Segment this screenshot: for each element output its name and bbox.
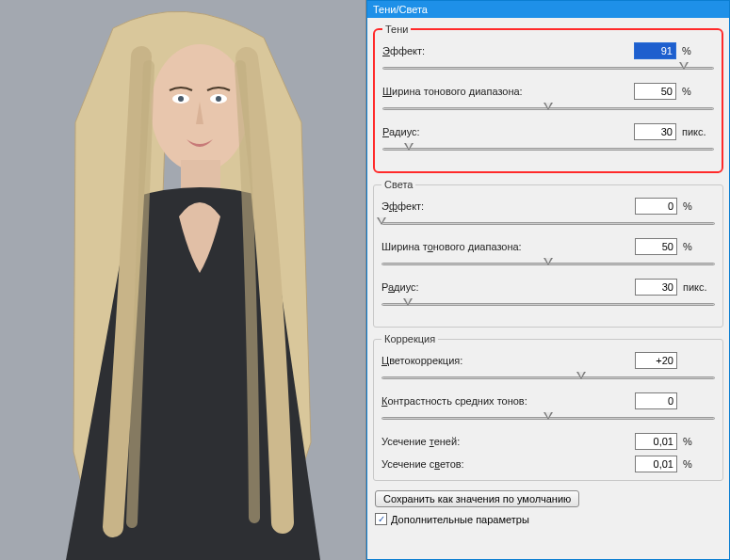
black-clip-unit: %	[683, 436, 715, 447]
highlights-tonewidth-label: Ширина тонового диапазона:	[381, 241, 629, 252]
shadows-radius-slider[interactable]	[382, 143, 714, 156]
highlights-effect-label: Эффект:	[381, 200, 629, 212]
color-correction-label: Цветокоррекция:	[381, 355, 629, 366]
shadows-effect-label: Эффект:	[382, 45, 628, 56]
dialog-titlebar[interactable]: Тени/Света	[367, 1, 729, 18]
shadows-tonewidth-unit: %	[682, 86, 714, 97]
shadows-tonewidth-slider[interactable]	[382, 103, 714, 116]
group-shadows: Тени Эффект: % Ширина тонового диапазона…	[373, 24, 723, 173]
highlights-radius-unit: пикс.	[683, 281, 715, 293]
highlights-effect-unit: %	[683, 200, 715, 212]
group-shadows-legend: Тени	[382, 24, 411, 35]
group-adjustments-legend: Коррекция	[381, 333, 438, 344]
shadows-radius-label: Радиус:	[382, 126, 628, 137]
white-clip-unit: %	[683, 458, 715, 470]
highlights-tonewidth-slider[interactable]	[381, 258, 715, 271]
shadows-effect-unit: %	[682, 45, 714, 56]
midtone-contrast-label: Контрастность средних тонов:	[381, 395, 629, 407]
black-clip-input[interactable]	[635, 433, 677, 450]
svg-point-5	[178, 96, 184, 102]
svg-point-6	[216, 96, 221, 102]
highlights-radius-label: Радиус:	[381, 281, 629, 293]
highlights-effect-input[interactable]	[635, 198, 677, 215]
midtone-contrast-slider[interactable]	[381, 412, 715, 425]
document-canvas	[0, 0, 366, 560]
shadows-effect-input[interactable]	[634, 42, 676, 59]
midtone-contrast-input[interactable]	[635, 392, 677, 409]
highlights-radius-input[interactable]	[635, 279, 677, 296]
color-correction-slider[interactable]	[381, 372, 715, 385]
shadows-effect-slider[interactable]	[382, 62, 714, 75]
save-defaults-button[interactable]: Сохранить как значения по умолчанию	[375, 490, 579, 507]
more-options-label[interactable]: Дополнительные параметры	[391, 514, 529, 525]
color-correction-input[interactable]	[635, 352, 677, 369]
more-options-checkbox[interactable]: ✓	[375, 513, 387, 525]
shadows-radius-unit: пикс.	[682, 126, 714, 137]
white-clip-input[interactable]	[635, 456, 677, 472]
group-adjustments: Коррекция Цветокоррекция: Контрастность …	[373, 333, 723, 481]
shadows-tonewidth-label: Ширина тонового диапазона:	[382, 86, 628, 97]
group-highlights-legend: Света	[381, 179, 415, 190]
highlights-tonewidth-input[interactable]	[635, 238, 677, 255]
highlights-radius-slider[interactable]	[381, 298, 715, 312]
white-clip-label: Усечение светов:	[381, 458, 629, 470]
shadows-tonewidth-input[interactable]	[634, 83, 676, 100]
shadows-highlights-dialog: Тени/Света Тени Эффект: % Ширина тоновог…	[366, 0, 730, 560]
highlights-effect-slider[interactable]	[381, 217, 715, 231]
shadows-radius-input[interactable]	[634, 123, 676, 140]
black-clip-label: Усечение теней:	[381, 436, 629, 447]
highlights-tonewidth-unit: %	[683, 241, 715, 252]
group-highlights: Света Эффект: % Ширина тонового диапазон…	[373, 179, 723, 328]
